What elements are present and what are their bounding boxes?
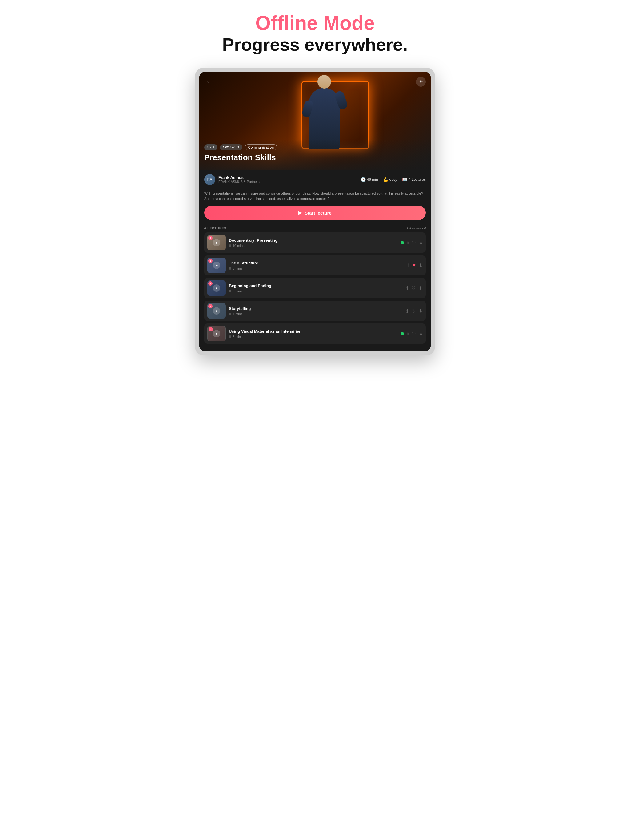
header-title-pink: Offline Mode [222, 12, 408, 34]
lecture-duration: 5 mins [229, 267, 405, 270]
lecture-num-badge: 1 [208, 281, 212, 286]
hero-section: ← Skill Soft Skills Communication Presen… [199, 72, 431, 171]
lecture-num-badge: 5 [209, 327, 213, 332]
heart-icon[interactable]: ♡ [412, 240, 416, 246]
close-icon[interactable]: ✕ [419, 332, 423, 336]
lecture-actions: ℹ ♡ ⬇ [406, 285, 423, 291]
duration-dot [229, 267, 231, 270]
play-button[interactable]: ▶ [213, 284, 220, 292]
lectures-count-label: 4 LECTURES [204, 227, 226, 230]
lecture-info: Storytelling 7 mins [229, 306, 403, 316]
lecture-item[interactable]: 5 ▶ Using Visual Material as an Intensif… [204, 324, 426, 344]
author-name: Frank Asmus [218, 175, 361, 180]
download-icon[interactable]: ⬇ [419, 308, 423, 314]
lecture-info: Beginning and Ending 0 mins [229, 284, 403, 293]
lecture-title: Beginning and Ending [229, 284, 403, 288]
download-icon[interactable]: ⬇ [419, 285, 423, 291]
lecture-title: Storytelling [229, 306, 403, 311]
play-button[interactable]: ▶ [213, 330, 220, 337]
lecture-thumbnail: 4 ▶ [207, 303, 226, 319]
lecture-thumbnail: 1 ▶ [207, 235, 226, 250]
play-button[interactable]: ▶ [213, 307, 220, 314]
lecture-item[interactable]: 4 ▶ Storytelling 7 mins ℹ ♡ ⬇ [204, 301, 426, 321]
lecture-duration: 0 mins [229, 289, 403, 293]
course-tags: Skill Soft Skills Communication [204, 144, 426, 150]
downloaded-dot [401, 332, 404, 335]
lecture-title: Documentary: Presenting [229, 238, 398, 243]
lecture-thumbnail: 5 ▶ [207, 326, 226, 341]
meta-lectures: 📖 4 Lectures [402, 177, 426, 182]
info-icon[interactable]: ℹ [408, 262, 410, 268]
heart-icon[interactable]: ♡ [411, 285, 416, 291]
lecture-num-badge: 1 [208, 259, 212, 263]
meta-duration: 🕐 46 min [361, 177, 378, 182]
duration-dot [229, 335, 231, 338]
downloaded-label: 1 downloaded [407, 227, 426, 230]
device-screen: ← Skill Soft Skills Communication Presen… [199, 72, 431, 351]
page-header: Offline Mode Progress everywhere. [222, 12, 408, 55]
lecture-title: Using Visual Material as an Intensifier [229, 329, 398, 333]
download-icon[interactable]: ⬇ [419, 262, 423, 268]
wifi-button[interactable] [416, 77, 426, 87]
tag-soft-skills: Soft Skills [220, 144, 242, 150]
lecture-num-badge: 4 [208, 304, 212, 308]
lecture-duration: 3 mins [229, 335, 398, 338]
lecture-item[interactable]: 1 ▶ Documentary: Presenting 10 mins ℹ ♡ [204, 232, 426, 253]
lecture-duration: 10 mins [229, 244, 398, 248]
muscle-icon: 💪 [383, 177, 388, 182]
device-frame: ← Skill Soft Skills Communication Presen… [195, 68, 435, 356]
lecture-actions: ℹ ♡ ✕ [401, 331, 423, 337]
lecture-item[interactable]: 1 ▶ The 3 Structure 5 mins ℹ ♥ ⬇ [204, 255, 426, 275]
meta-difficulty: 💪 easy [383, 177, 397, 182]
info-icon[interactable]: ℹ [406, 285, 408, 291]
header-title-black: Progress everywhere. [222, 34, 408, 55]
play-icon: ▶ [298, 210, 302, 216]
book-icon: 📖 [402, 177, 407, 182]
downloaded-dot [401, 241, 404, 244]
author-row: FA Frank Asmus FRANK ASMUS & Partners 🕐 … [204, 171, 426, 188]
hero-overlay: Skill Soft Skills Communication Presenta… [199, 139, 431, 171]
course-title: Presentation Skills [204, 153, 426, 163]
duration-dot [229, 245, 231, 247]
lectures-header: 4 LECTURES 1 downloaded [204, 224, 426, 232]
heart-filled-icon[interactable]: ♥ [413, 262, 416, 268]
clock-icon: 🕐 [361, 177, 366, 182]
lecture-title: The 3 Structure [229, 261, 405, 265]
author-info: Frank Asmus FRANK ASMUS & Partners [218, 175, 361, 183]
start-lecture-button[interactable]: ▶ Start lecture [204, 206, 426, 220]
lecture-actions: ℹ ♡ ⬇ [406, 308, 423, 314]
lecture-thumbnail: 1 ▶ [207, 257, 226, 273]
lecture-thumbnail: 1 ▶ [207, 280, 226, 296]
play-button[interactable]: ▶ [213, 262, 220, 269]
course-description: With presentations, we can inspire and c… [204, 188, 426, 206]
lecture-duration: 7 mins [229, 312, 403, 316]
lecture-actions: ℹ ♡ ✕ [401, 240, 423, 246]
lecture-info: Using Visual Material as an Intensifier … [229, 329, 398, 338]
lecture-num-badge: 1 [208, 236, 212, 240]
lecture-actions: ℹ ♥ ⬇ [408, 262, 423, 268]
close-icon[interactable]: ✕ [419, 240, 423, 245]
tag-skill: Skill [204, 144, 217, 150]
duration-dot [229, 313, 231, 315]
info-icon[interactable]: ℹ [406, 308, 408, 314]
info-icon[interactable]: ℹ [407, 331, 409, 337]
duration-dot [229, 290, 231, 292]
author-avatar: FA [204, 174, 215, 185]
play-button[interactable]: ▶ [213, 239, 220, 246]
lectures-list: 1 ▶ Documentary: Presenting 10 mins ℹ ♡ [204, 232, 426, 344]
info-icon[interactable]: ℹ [407, 240, 409, 246]
heart-icon[interactable]: ♡ [412, 331, 416, 337]
lecture-info: Documentary: Presenting 10 mins [229, 238, 398, 248]
back-button[interactable]: ← [204, 77, 214, 87]
lecture-item[interactable]: 1 ▶ Beginning and Ending 0 mins ℹ ♡ ⬇ [204, 278, 426, 298]
heart-icon[interactable]: ♡ [411, 308, 416, 314]
tag-communication: Communication [245, 144, 277, 150]
content-area: FA Frank Asmus FRANK ASMUS & Partners 🕐 … [199, 171, 431, 351]
course-meta: 🕐 46 min 💪 easy 📖 4 Lectures [361, 177, 426, 182]
lecture-info: The 3 Structure 5 mins [229, 261, 405, 270]
author-company: FRANK ASMUS & Partners [218, 180, 361, 183]
